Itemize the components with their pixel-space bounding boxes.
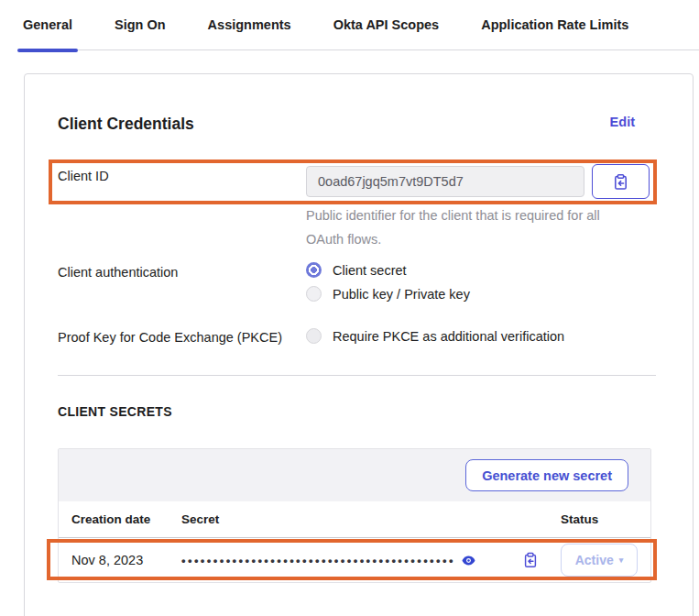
- tab-label: Okta API Scopes: [333, 17, 440, 32]
- tab-sign-on[interactable]: Sign On: [109, 0, 171, 50]
- column-header-status: Status: [561, 512, 650, 526]
- status-dropdown-button[interactable]: Active ▾: [561, 544, 638, 577]
- secret-table-row: Nov 8, 2023 ••••••••••••••••••••••••••••…: [59, 538, 650, 582]
- reveal-secret-button[interactable]: [461, 553, 476, 568]
- masked-secret-value: ••••••••••••••••••••••••••••••••••••••••…: [181, 554, 455, 567]
- client-authentication-row: Client authentication Client secret Publ…: [58, 262, 656, 302]
- pkce-label: Proof Key for Code Exchange (PKCE): [58, 327, 306, 345]
- copy-icon: [522, 552, 539, 568]
- client-id-row: Client ID 0oad67jgq5m7vt9DT5d7: [58, 166, 656, 199]
- pkce-row: Proof Key for Code Exchange (PKCE) Requi…: [58, 327, 656, 345]
- client-id-label: Client ID: [58, 166, 306, 199]
- copy-secret-button[interactable]: [522, 552, 539, 568]
- auth-option-list: Client secret Public key / Private key: [306, 262, 470, 302]
- client-credentials-header: Client Credentials Edit: [58, 115, 635, 134]
- general-settings-card: Client Credentials Edit Client ID 0oad67…: [24, 73, 694, 616]
- client-authentication-label: Client authentication: [58, 262, 306, 302]
- checkbox-unchecked-icon[interactable]: [306, 328, 322, 344]
- secrets-toolbar: Generate new secret: [59, 449, 650, 501]
- status-cell: Active ▾: [561, 544, 650, 577]
- auth-option-label: Public key / Private key: [333, 287, 470, 302]
- app-tab-bar: General Sign On Assignments Okta API Sco…: [0, 0, 699, 50]
- status-label: Active: [575, 553, 614, 567]
- client-id-help-text: Public identifier for the client that is…: [306, 204, 608, 251]
- client-id-field-group: 0oad67jgq5m7vt9DT5d7: [306, 166, 650, 199]
- copy-icon: [612, 173, 629, 191]
- pkce-option[interactable]: Require PKCE as additional verification: [306, 327, 564, 345]
- tab-okta-api-scopes[interactable]: Okta API Scopes: [328, 0, 445, 50]
- client-secrets-table: Generate new secret Creation date Secret…: [58, 448, 651, 583]
- column-header-secret: Secret: [181, 512, 561, 526]
- client-secrets-title: CLIENT SECRETS: [58, 404, 172, 419]
- tab-list: General Sign On Assignments Okta API Sco…: [17, 0, 699, 50]
- table-header-row: Creation date Secret Status: [59, 501, 650, 538]
- tab-label: Assignments: [208, 17, 291, 32]
- secret-cell: ••••••••••••••••••••••••••••••••••••••••…: [181, 552, 561, 568]
- tab-application-rate-limits[interactable]: Application Rate Limits: [475, 0, 634, 50]
- client-id-input[interactable]: 0oad67jgq5m7vt9DT5d7: [306, 166, 584, 197]
- section-divider: [58, 375, 656, 376]
- section-title: Client Credentials: [58, 115, 194, 134]
- column-header-creation-date: Creation date: [71, 512, 181, 526]
- pkce-option-label: Require PKCE as additional verification: [333, 329, 564, 344]
- tab-label: General: [23, 17, 72, 32]
- chevron-down-icon: ▾: [619, 556, 624, 565]
- auth-option-public-private-key[interactable]: Public key / Private key: [306, 286, 470, 302]
- generate-new-secret-button[interactable]: Generate new secret: [465, 459, 628, 491]
- tab-assignments[interactable]: Assignments: [202, 0, 297, 50]
- radio-selected-icon[interactable]: [306, 262, 322, 278]
- auth-option-label: Client secret: [333, 263, 407, 278]
- tab-general[interactable]: General: [17, 0, 78, 50]
- eye-icon: [461, 553, 476, 568]
- tab-label: Application Rate Limits: [481, 17, 628, 32]
- tab-label: Sign On: [115, 17, 166, 32]
- edit-link[interactable]: Edit: [610, 115, 635, 129]
- creation-date-cell: Nov 8, 2023: [71, 553, 181, 567]
- auth-option-client-secret[interactable]: Client secret: [306, 262, 470, 278]
- radio-unselected-icon[interactable]: [306, 286, 322, 302]
- copy-client-id-button[interactable]: [592, 164, 650, 199]
